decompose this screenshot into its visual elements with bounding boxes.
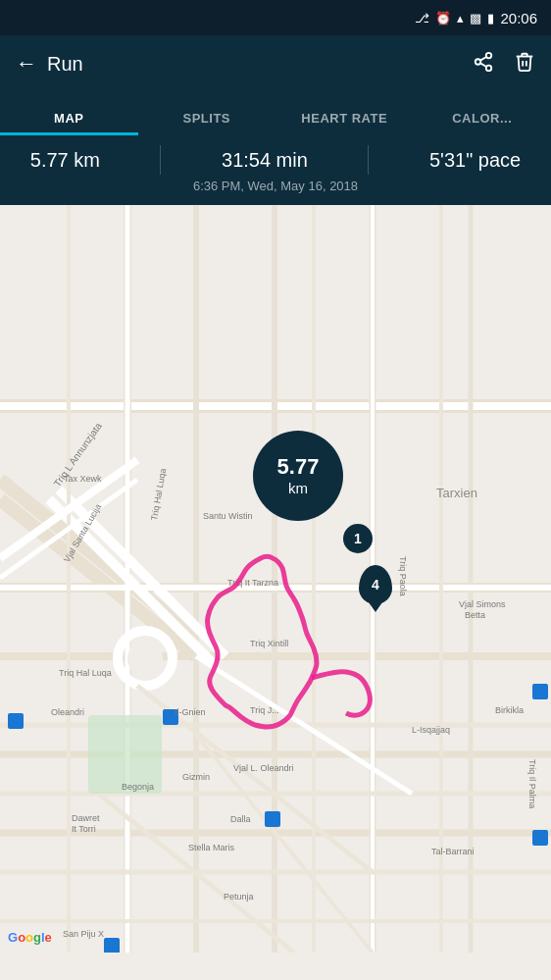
app-header: ← Run bbox=[0, 35, 551, 92]
svg-text:L-Isqajjaq: L-Isqajjaq bbox=[412, 725, 450, 735]
svg-text:Triq Hal Luqa: Triq Hal Luqa bbox=[59, 668, 112, 678]
tab-map[interactable]: MAP bbox=[0, 111, 138, 135]
svg-text:Dawret: Dawret bbox=[72, 813, 100, 823]
map-svg: Triq L Annunzjata Triq Hal Luqa Santu Wi… bbox=[0, 205, 551, 953]
status-icons: ⎇ ⏰ ▴ ▩ ▮ 20:06 bbox=[415, 10, 537, 26]
waypoint-marker-4: 4 bbox=[359, 565, 392, 604]
stats-date: 6:36 PM, Wed, May 16, 2018 bbox=[0, 175, 551, 199]
svg-text:Vjal Simons: Vjal Simons bbox=[459, 599, 506, 609]
map-container[interactable]: Triq L Annunzjata Triq Hal Luqa Santu Wi… bbox=[0, 205, 551, 953]
stat-pace: 5'31" pace bbox=[429, 149, 521, 172]
back-button[interactable]: ← bbox=[16, 51, 37, 77]
svg-text:San Piju X: San Piju X bbox=[63, 929, 104, 939]
svg-text:Triq Xintill: Triq Xintill bbox=[250, 639, 288, 648]
svg-text:It Torri: It Torri bbox=[72, 824, 96, 834]
stat-divider-2 bbox=[368, 145, 369, 175]
distance-value: 5.77 km bbox=[30, 149, 100, 171]
stats-bar: 5.77 km 31:54 min 5'31" pace 6:36 PM, We… bbox=[0, 135, 551, 205]
header-left: ← Run bbox=[16, 51, 83, 77]
stat-duration: 31:54 min bbox=[222, 149, 308, 172]
svg-text:Tal-Barrani: Tal-Barrani bbox=[431, 847, 475, 856]
svg-text:Oleandri: Oleandri bbox=[51, 707, 84, 717]
svg-point-2 bbox=[486, 65, 492, 71]
svg-point-0 bbox=[486, 52, 492, 58]
svg-text:Triq Il Palma: Triq Il Palma bbox=[527, 759, 537, 808]
tab-heart-rate[interactable]: HEART RATE bbox=[276, 111, 414, 135]
svg-rect-42 bbox=[265, 811, 280, 827]
svg-text:Il-Gnien: Il-Gnien bbox=[175, 707, 206, 717]
svg-text:Dalla: Dalla bbox=[230, 814, 251, 824]
stats-row: 5.77 km 31:54 min 5'31" pace bbox=[0, 145, 551, 175]
svg-rect-45 bbox=[532, 830, 548, 846]
svg-point-1 bbox=[476, 59, 481, 65]
svg-text:Betta: Betta bbox=[465, 610, 485, 620]
status-time: 20:06 bbox=[500, 10, 537, 26]
svg-text:Santu Wistin: Santu Wistin bbox=[203, 511, 253, 521]
wifi-icon: ▴ bbox=[457, 11, 464, 26]
svg-text:Birkikla: Birkikla bbox=[495, 705, 524, 715]
duration-value: 31:54 min bbox=[222, 149, 308, 171]
svg-text:Tax Xewk: Tax Xewk bbox=[64, 474, 102, 484]
bubble-unit: km bbox=[288, 480, 308, 496]
signal-icon: ▩ bbox=[470, 11, 481, 26]
svg-text:Gizmin: Gizmin bbox=[182, 772, 210, 782]
svg-text:Begonja: Begonja bbox=[122, 782, 154, 792]
waypoint-marker-1: 1 bbox=[343, 524, 373, 553]
svg-text:Stella Maris: Stella Maris bbox=[188, 843, 235, 852]
svg-text:Triq Paola: Triq Paola bbox=[398, 556, 408, 596]
header-right bbox=[473, 51, 535, 77]
svg-text:Vjal L. Oleandri: Vjal L. Oleandri bbox=[233, 763, 294, 773]
bluetooth-icon: ⎇ bbox=[415, 11, 429, 26]
tab-splits[interactable]: SPLITS bbox=[138, 111, 276, 135]
svg-rect-43 bbox=[104, 938, 120, 953]
svg-point-25 bbox=[127, 641, 163, 676]
stat-divider-1 bbox=[160, 145, 161, 175]
share-icon[interactable] bbox=[473, 51, 494, 77]
stat-distance: 5.77 km bbox=[30, 149, 100, 172]
status-bar: ⎇ ⏰ ▴ ▩ ▮ 20:06 bbox=[0, 0, 551, 35]
pace-value: 5'31" pace bbox=[429, 149, 521, 171]
svg-rect-40 bbox=[8, 713, 24, 729]
delete-icon[interactable] bbox=[514, 51, 535, 77]
tab-bar: MAP SPLITS HEART RATE CALOR... bbox=[0, 92, 551, 135]
svg-rect-44 bbox=[532, 684, 548, 699]
distance-bubble: 5.77 km bbox=[253, 431, 343, 521]
svg-text:Petunja: Petunja bbox=[224, 892, 254, 902]
battery-icon: ▮ bbox=[487, 11, 494, 26]
google-watermark: G o o g l e bbox=[8, 930, 52, 945]
alarm-icon: ⏰ bbox=[435, 11, 451, 26]
svg-line-3 bbox=[480, 63, 486, 67]
svg-line-4 bbox=[480, 56, 486, 60]
bubble-distance: 5.77 bbox=[277, 455, 320, 479]
page-title: Run bbox=[47, 53, 83, 76]
svg-text:Triq J...: Triq J... bbox=[250, 705, 279, 715]
tab-calories[interactable]: CALOR... bbox=[414, 111, 552, 135]
svg-text:Tarxien: Tarxien bbox=[436, 486, 477, 500]
